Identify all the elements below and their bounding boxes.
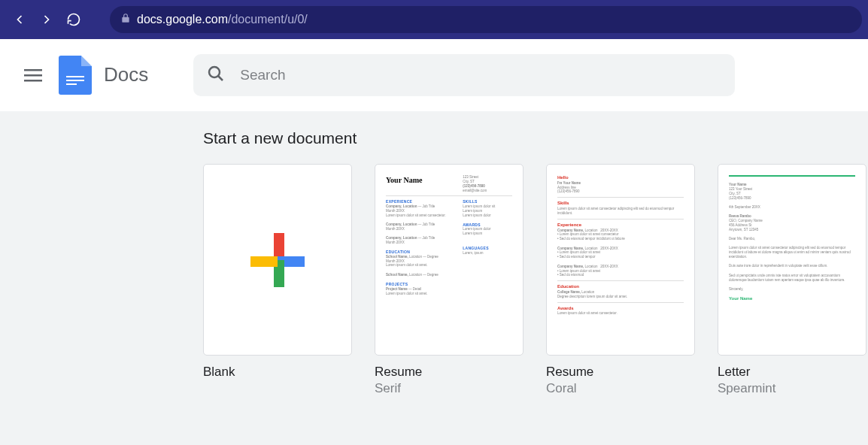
main-menu-button[interactable] <box>15 57 51 93</box>
template-title: Resume <box>546 365 695 380</box>
template-subtitle: Spearmint <box>718 381 866 396</box>
svg-rect-2 <box>24 80 42 82</box>
browser-bar: docs.google.com/document/u/0/ <box>0 0 868 39</box>
svg-rect-1 <box>24 74 42 77</box>
template-resume-serif-thumb: Your Name 123 StreetCity, ST(123)456-789… <box>375 164 524 356</box>
url-host: docs.google.com <box>137 13 228 26</box>
arrow-left-icon <box>12 12 27 27</box>
template-resume-serif[interactable]: Your Name 123 StreetCity, ST(123)456-789… <box>375 164 524 396</box>
template-resume-coral[interactable]: Hello I'm Your NameAddress line(123)456-… <box>546 164 695 396</box>
app-name: Docs <box>104 63 148 86</box>
app-header: Docs <box>0 39 868 111</box>
arrow-right-icon <box>39 12 54 27</box>
plus-icon <box>250 233 305 287</box>
template-subtitle: Serif <box>375 381 524 396</box>
lock-icon <box>120 13 131 26</box>
docs-logo[interactable]: Docs <box>59 56 148 95</box>
gallery-title: Start a new document <box>203 129 868 147</box>
template-resume-coral-thumb: Hello I'm Your NameAddress line(123)456-… <box>546 164 695 356</box>
svg-rect-0 <box>24 69 42 71</box>
template-blank[interactable]: Blank <box>203 164 352 396</box>
search-icon <box>207 65 225 86</box>
template-subtitle: Coral <box>546 381 695 396</box>
forward-button[interactable] <box>33 6 60 33</box>
search-input[interactable] <box>240 67 721 83</box>
template-gallery: Start a new document Blank Your N <box>0 111 868 445</box>
template-row: Blank Your Name 123 StreetCity, ST(123)4… <box>203 164 868 396</box>
template-letter-spearmint[interactable]: Your Name123 Your StreetCity, ST(123)456… <box>718 164 866 396</box>
template-letter-spearmint-thumb: Your Name123 Your StreetCity, ST(123)456… <box>718 164 866 356</box>
search-bar[interactable] <box>193 54 735 96</box>
reload-button[interactable] <box>60 6 87 33</box>
template-title: Resume <box>375 365 524 380</box>
hamburger-icon <box>24 66 42 84</box>
docs-icon <box>59 56 92 95</box>
template-title: Blank <box>203 365 352 380</box>
url-path: /document/u/0/ <box>228 13 308 26</box>
reload-icon <box>66 12 81 27</box>
svg-line-4 <box>218 76 223 80</box>
template-blank-thumb <box>203 164 352 356</box>
template-title: Letter <box>718 365 866 380</box>
back-button[interactable] <box>6 6 33 33</box>
address-bar[interactable]: docs.google.com/document/u/0/ <box>110 6 862 33</box>
svg-point-3 <box>209 67 220 77</box>
